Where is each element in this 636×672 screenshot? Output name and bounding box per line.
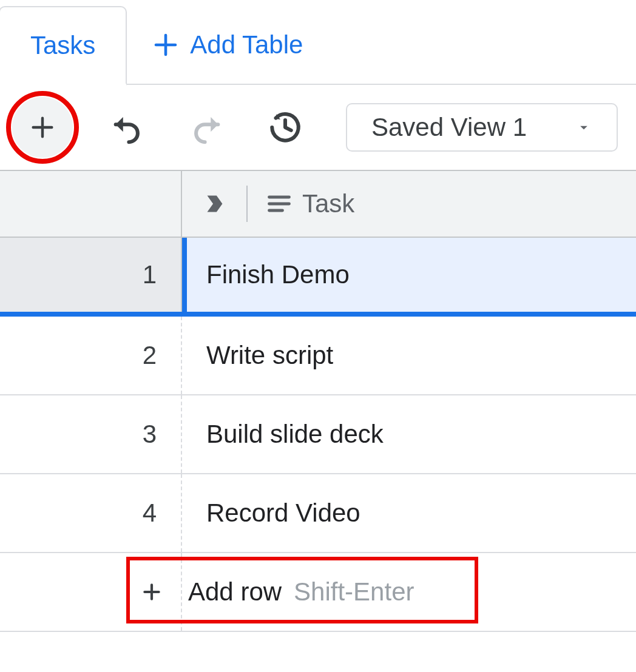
- chevron-down-icon: [575, 119, 592, 136]
- expand-icon: [200, 190, 228, 218]
- table-row[interactable]: 2 Write script: [0, 317, 636, 395]
- undo-button[interactable]: [97, 97, 158, 158]
- new-row-button[interactable]: [12, 97, 73, 158]
- new-row-button-wrap: [6, 91, 79, 164]
- tab-tasks[interactable]: Tasks: [0, 6, 127, 86]
- add-table-label: Add Table: [190, 30, 303, 59]
- row-number: 4: [0, 474, 182, 552]
- history-button[interactable]: [255, 97, 316, 158]
- column-label: Task: [302, 189, 354, 218]
- saved-view-select[interactable]: Saved View 1: [346, 103, 618, 152]
- undo-icon: [110, 110, 145, 145]
- add-table-button[interactable]: Add Table: [127, 6, 327, 84]
- row-number: 3: [0, 395, 182, 473]
- add-row-gutter: [0, 553, 182, 631]
- divider: [246, 186, 248, 222]
- saved-view-label: Saved View 1: [371, 113, 527, 142]
- column-header-task[interactable]: Task: [182, 171, 636, 237]
- task-cell[interactable]: Write script: [182, 317, 636, 394]
- table: Task 1 Finish Demo 2 Write script 3 Buil…: [0, 170, 636, 632]
- toolbar: Saved View 1: [0, 85, 636, 170]
- rownum-header: [0, 171, 182, 237]
- redo-button[interactable]: [176, 97, 237, 158]
- add-row-button[interactable]: Add row Shift-Enter: [182, 553, 636, 631]
- text-column-icon: [266, 190, 293, 217]
- tab-label: Tasks: [30, 31, 95, 60]
- plus-icon: [151, 30, 180, 59]
- redo-icon: [189, 110, 224, 145]
- add-row-area: Add row Shift-Enter: [0, 553, 636, 632]
- history-icon: [268, 110, 303, 145]
- row-number: 1: [0, 238, 182, 312]
- task-cell[interactable]: Finish Demo: [182, 238, 636, 312]
- task-cell[interactable]: Record Video: [182, 474, 636, 552]
- add-row-hint: Shift-Enter: [294, 577, 414, 606]
- plus-icon: [29, 113, 56, 141]
- add-row-label: Add row: [188, 577, 282, 606]
- tab-bar: Tasks Add Table: [0, 0, 636, 85]
- plus-icon: [140, 580, 164, 604]
- table-row[interactable]: 4 Record Video: [0, 474, 636, 553]
- row-number: 2: [0, 317, 182, 394]
- table-row[interactable]: 1 Finish Demo: [0, 238, 636, 317]
- table-row[interactable]: 3 Build slide deck: [0, 395, 636, 474]
- table-header-row: Task: [0, 171, 636, 238]
- task-cell[interactable]: Build slide deck: [182, 395, 636, 473]
